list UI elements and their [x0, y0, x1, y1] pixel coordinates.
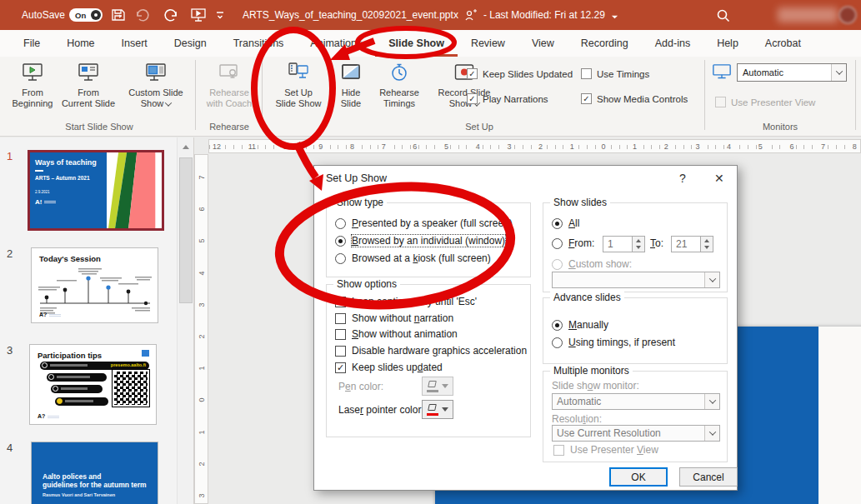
ruler-number: 1	[197, 367, 205, 371]
ribbon-tab[interactable]: File	[10, 30, 53, 57]
ok-button[interactable]: OK	[609, 467, 668, 487]
radio-manually[interactable]: Manually	[552, 319, 608, 331]
radio-selected-icon	[335, 236, 346, 247]
hide-slide-button[interactable]: Hide Slide	[332, 59, 370, 126]
ribbon-tab[interactable]: Transitions	[220, 30, 298, 57]
multiple-monitors-label: Multiple monitors	[550, 365, 633, 377]
radio-from-slides[interactable]: From:	[552, 237, 594, 249]
resolution-label: Resolution:	[552, 413, 602, 425]
scrollbar-thumb[interactable]	[179, 157, 193, 303]
radio-icon	[335, 253, 346, 264]
play-narrations-checkbox[interactable]: Play Narrations	[467, 93, 548, 104]
custom-slide-show-button[interactable]: Custom Slide Show	[120, 59, 192, 126]
chevron-down-icon[interactable]	[831, 64, 846, 81]
ruler-number: 6	[411, 142, 418, 151]
chevron-down-icon	[704, 426, 719, 441]
checkbox-keep-slides-updated[interactable]: Keep slides updated	[335, 362, 443, 373]
from-slide-value[interactable]: 1	[603, 236, 633, 252]
spinner-arrows[interactable]	[701, 236, 713, 252]
checkbox-loop-continuously[interactable]: Loop continuously until 'Esc'	[335, 296, 477, 307]
redo-icon[interactable]	[163, 7, 180, 23]
checkbox-checked-icon	[467, 68, 478, 79]
laser-pointer-color-button[interactable]	[422, 400, 453, 419]
to-slide-spinner[interactable]: 21	[671, 236, 713, 252]
save-icon[interactable]	[110, 7, 127, 23]
rehearse-with-coach-button: Rehearse with Coach	[198, 59, 260, 126]
ribbon-tab[interactable]: Help	[703, 30, 752, 57]
checkbox-icon	[335, 313, 346, 324]
checkbox-show-without-narration[interactable]: Show without narration	[335, 312, 453, 324]
checkbox-icon	[335, 297, 346, 307]
ribbon-tab[interactable]: View	[518, 30, 568, 57]
from-slide-spinner[interactable]: 1	[603, 236, 645, 252]
ribbon-tab[interactable]: Recording	[568, 30, 642, 57]
from-beginning-button[interactable]: From Beginning	[8, 59, 57, 126]
monitor-icon	[712, 63, 732, 82]
start-slideshow-icon[interactable]	[190, 7, 207, 23]
checkbox-disable-hardware-acceleration[interactable]: Disable hardware graphics acceleration	[335, 345, 527, 357]
show-type-label: Show type	[333, 197, 387, 208]
keep-slides-updated-checkbox[interactable]: Keep Slides Updated	[467, 68, 573, 79]
checkbox-use-presenter-view: Use Presenter View	[553, 444, 658, 456]
ruler-number: 6	[197, 207, 205, 212]
show-media-controls-checkbox[interactable]: Show Media Controls	[581, 93, 688, 104]
rehearse-timings-button[interactable]: Rehearse Timings	[372, 59, 427, 126]
use-presenter-view-checkbox: Use Presenter View	[715, 97, 815, 107]
slide-thumbnail-1[interactable]: Ways of teaching ARTS – Autumn 2021 2.9.…	[28, 150, 164, 231]
thumbnail-scrollbar[interactable]	[177, 137, 193, 504]
radio-disabled-icon	[552, 259, 563, 270]
help-button[interactable]: ?	[679, 172, 686, 185]
checkbox-show-without-animation[interactable]: Show without animation	[335, 328, 458, 340]
slide-thumbnail-2[interactable]: Today's Session A?	[31, 247, 158, 323]
shared-person-icon	[464, 8, 478, 22]
ribbon-tab[interactable]: Add-ins	[642, 30, 703, 57]
dropdown-arrow-icon	[442, 407, 448, 412]
monitor-play-icon	[22, 62, 43, 83]
slide-thumbnail-4[interactable]: Aalto polices and guidelines for the aut…	[31, 442, 158, 504]
set-up-slide-show-button[interactable]: Set Up Slide Show	[267, 59, 330, 126]
ribbon-tab[interactable]: Acrobat	[752, 30, 814, 57]
ribbon-tab[interactable]: Review	[458, 30, 518, 57]
checkbox-unchecked-icon	[581, 68, 592, 79]
radio-browsed-at-kiosk[interactable]: Browsed at a kiosk (full screen)	[335, 252, 491, 264]
radio-all-slides[interactable]: All	[552, 217, 579, 229]
group-label-rehearse: Rehearse	[198, 122, 260, 132]
ribbon-tab[interactable]: Animations	[297, 30, 375, 57]
search-icon[interactable]	[715, 7, 732, 24]
qat-chevron-icon[interactable]	[215, 10, 225, 20]
aalto-logo: A?	[38, 413, 45, 419]
title-bar: AutoSave On ARTS_Ways_of_teaching_02	[0, 0, 861, 30]
close-button[interactable]: ✕	[714, 172, 724, 185]
radio-presented-by-speaker[interactable]: Presented by a speaker (full screen)	[335, 217, 513, 229]
set-up-show-dialog: Set Up Show ? ✕ Show type Presented by a…	[313, 165, 738, 491]
ribbon-tab[interactable]: Insert	[108, 30, 161, 57]
autosave-label: AutoSave	[22, 0, 65, 30]
monitor-select[interactable]: Automatic	[737, 63, 847, 82]
ruler-number: 9	[317, 142, 324, 151]
title-chevron-icon[interactable]	[611, 12, 618, 19]
paint-bucket-icon	[427, 404, 438, 416]
vertical-ruler: 76543210123	[194, 154, 208, 504]
radio-browsed-by-individual[interactable]: Browsed by an individual (window)	[335, 235, 505, 247]
cancel-button[interactable]: Cancel	[679, 467, 738, 487]
autosave-toggle[interactable]: On	[69, 8, 103, 22]
avatar[interactable]	[838, 6, 857, 24]
ruler-number: 1	[197, 430, 205, 434]
scroll-up-arrow[interactable]	[179, 139, 193, 154]
radio-icon	[552, 238, 563, 249]
use-timings-checkbox[interactable]: Use Timings	[581, 68, 649, 79]
checkbox-disabled-icon	[715, 97, 726, 107]
ruler-number: 7	[197, 175, 205, 179]
to-slide-value[interactable]: 21	[671, 236, 701, 252]
ribbon-tab[interactable]: Home	[53, 30, 108, 57]
filename: ARTS_Ways_of_teaching_02092021_event.ppt…	[243, 9, 458, 21]
aalto-logo: A!	[35, 198, 42, 206]
advance-slides-group: Advance slides Manually Using timings, i…	[543, 297, 728, 364]
radio-using-timings[interactable]: Using timings, if present	[552, 337, 675, 348]
ribbon-tab[interactable]: Slide Show	[375, 30, 458, 57]
ruler-number: 0	[599, 142, 607, 151]
spinner-arrows[interactable]	[633, 236, 645, 252]
ribbon-tab[interactable]: Design	[161, 30, 220, 57]
slide-thumbnail-3[interactable]: Participation tips presemo.aalto.fi A?	[29, 344, 157, 425]
from-current-slide-button[interactable]: From Current Slide	[58, 59, 118, 126]
